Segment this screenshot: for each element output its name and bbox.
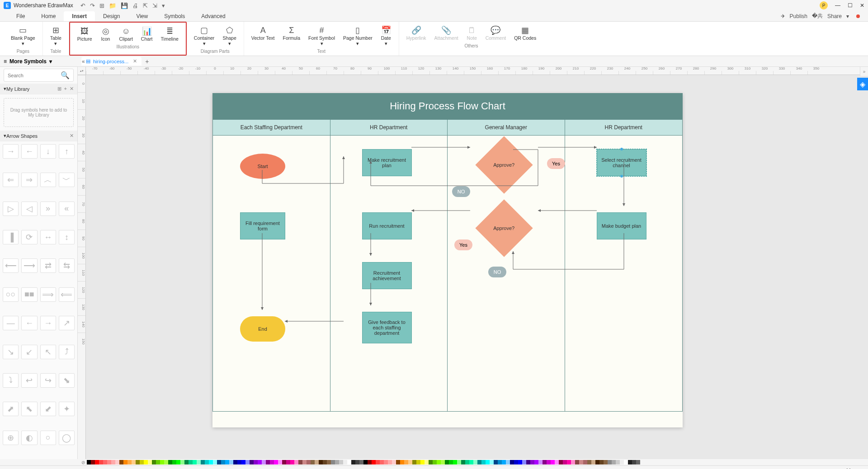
color-swatch[interactable] xyxy=(282,460,286,464)
shape-item[interactable]: ⟳ xyxy=(21,230,37,244)
shape-item[interactable]: ▐ xyxy=(3,230,19,244)
color-swatch[interactable] xyxy=(506,460,510,464)
color-swatch[interactable] xyxy=(250,460,254,464)
shape-item[interactable]: ⇆ xyxy=(59,258,75,273)
qat-more-icon[interactable]: ▾ xyxy=(162,2,165,9)
color-swatch[interactable] xyxy=(172,460,176,464)
shape-item[interactable]: ⇒ xyxy=(21,173,37,187)
color-swatch[interactable] xyxy=(481,460,486,464)
label-yes2[interactable]: Yes xyxy=(454,239,472,250)
color-swatch[interactable] xyxy=(148,460,152,464)
color-swatch[interactable] xyxy=(241,460,245,464)
color-swatch[interactable] xyxy=(327,460,331,464)
menu-symbols[interactable]: Symbols xyxy=(156,11,193,21)
color-swatch[interactable] xyxy=(469,460,473,464)
color-swatch[interactable] xyxy=(266,460,270,464)
color-swatch[interactable] xyxy=(339,460,343,464)
page-number-button[interactable]: ▯Page Number▾ xyxy=(340,23,376,48)
shape-item[interactable]: ✦ xyxy=(59,402,75,416)
attachment-button[interactable]: 📎Attachment xyxy=(431,23,462,42)
menu-home[interactable]: Home xyxy=(33,11,64,21)
color-swatch[interactable] xyxy=(132,460,136,464)
color-swatch[interactable] xyxy=(323,460,327,464)
label-no2[interactable]: NO xyxy=(488,267,506,277)
color-swatch[interactable] xyxy=(412,460,416,464)
color-swatch[interactable] xyxy=(416,460,420,464)
color-swatch[interactable] xyxy=(294,460,298,464)
color-swatch[interactable] xyxy=(559,460,563,464)
color-swatch[interactable] xyxy=(119,460,123,464)
save-icon[interactable]: 💾 xyxy=(121,2,128,9)
canvas[interactable]: Hiring Process Flow Chart Each Staffing … xyxy=(86,75,868,459)
container-button[interactable]: ▢Container▾ xyxy=(190,23,218,48)
color-swatch[interactable] xyxy=(604,460,608,464)
color-swatch[interactable] xyxy=(583,460,587,464)
node-approve2[interactable]: Approve? xyxy=(475,199,533,257)
color-swatch[interactable] xyxy=(258,460,262,464)
open-icon[interactable]: 📁 xyxy=(109,2,116,9)
color-swatch[interactable] xyxy=(193,460,197,464)
color-swatch[interactable] xyxy=(384,460,388,464)
publish-icon[interactable]: ✈ xyxy=(781,13,785,19)
shape-item[interactable]: ○○ xyxy=(3,287,19,302)
table-button[interactable]: ⊞Table▾ xyxy=(47,23,65,48)
color-swatch[interactable] xyxy=(315,460,319,464)
color-swatch[interactable] xyxy=(91,460,95,464)
menu-design[interactable]: Design xyxy=(95,11,128,21)
qr-button[interactable]: ▦QR Codes xyxy=(510,23,540,42)
node-run[interactable]: Run recruitment xyxy=(362,212,412,239)
lib-add-icon[interactable]: + xyxy=(64,86,67,92)
color-swatch[interactable] xyxy=(563,460,567,464)
shape-item[interactable]: ↪ xyxy=(40,373,56,388)
sidebar-title[interactable]: More Symbols xyxy=(9,58,47,65)
export-icon[interactable]: ⇱ xyxy=(143,2,148,9)
color-swatch[interactable] xyxy=(160,460,164,464)
color-swatch[interactable] xyxy=(278,460,282,464)
color-swatch[interactable] xyxy=(245,460,250,464)
color-swatch[interactable] xyxy=(302,460,307,464)
color-swatch[interactable] xyxy=(502,460,506,464)
color-swatch[interactable] xyxy=(526,460,530,464)
color-swatch[interactable] xyxy=(608,460,612,464)
color-swatch[interactable] xyxy=(587,460,591,464)
color-swatch[interactable] xyxy=(270,460,274,464)
menu-file[interactable]: File xyxy=(8,11,33,21)
color-swatch[interactable] xyxy=(217,460,221,464)
color-swatch[interactable] xyxy=(274,460,278,464)
label-no1[interactable]: NO xyxy=(452,186,470,197)
sidebar-collapse-icon[interactable]: « xyxy=(82,58,85,65)
node-budget[interactable]: Make budget plan xyxy=(597,212,646,239)
color-swatch[interactable] xyxy=(254,460,258,464)
node-feedback[interactable]: Give feedback to each staffing departmen… xyxy=(362,312,412,343)
lib-grid-icon[interactable]: ⊞ xyxy=(57,86,61,92)
color-swatch[interactable] xyxy=(221,460,225,464)
shape-item[interactable]: « xyxy=(59,202,75,216)
color-swatch[interactable] xyxy=(534,460,538,464)
color-swatch[interactable] xyxy=(624,460,628,464)
color-swatch[interactable] xyxy=(425,460,429,464)
color-swatch[interactable] xyxy=(518,460,522,464)
node-approve1[interactable]: Approve? xyxy=(475,136,533,193)
color-swatch[interactable] xyxy=(205,460,209,464)
shape-item[interactable]: ← xyxy=(21,316,37,330)
color-swatch[interactable] xyxy=(514,460,518,464)
color-swatch[interactable] xyxy=(189,460,193,464)
date-button[interactable]: 📅Date▾ xyxy=(377,23,395,48)
shape-item[interactable]: ↗ xyxy=(59,316,75,330)
color-swatch[interactable] xyxy=(307,460,311,464)
shape-item[interactable]: ■■ xyxy=(21,287,37,302)
menu-view[interactable]: View xyxy=(128,11,156,21)
color-swatch[interactable] xyxy=(140,460,144,464)
color-swatch[interactable] xyxy=(437,460,441,464)
lib-close-icon[interactable]: ✕ xyxy=(70,86,74,92)
node-fill[interactable]: Fill requirement form xyxy=(240,212,285,239)
color-swatch[interactable] xyxy=(453,460,457,464)
share-button[interactable]: Share xyxy=(827,13,842,19)
picture-button[interactable]: 🖼Picture xyxy=(74,24,96,43)
color-swatch[interactable] xyxy=(335,460,339,464)
shape-item[interactable]: ⬉ xyxy=(21,402,37,416)
shape-item[interactable]: ← xyxy=(21,144,37,159)
library-dropzone[interactable]: Drag symbols here to add to My Library xyxy=(4,98,74,127)
shape-item[interactable]: ○ xyxy=(40,431,56,445)
color-swatch[interactable] xyxy=(461,460,465,464)
